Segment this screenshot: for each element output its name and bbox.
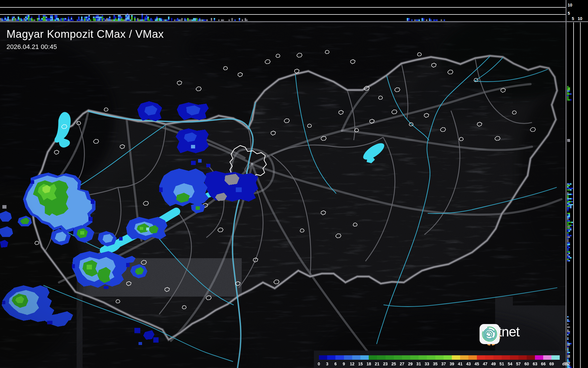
right-axis-label-5: 5	[572, 17, 574, 21]
colorbar-swatch	[327, 355, 335, 360]
colorbar-swatch	[435, 355, 444, 360]
colorbar-tick-label: 69	[549, 362, 554, 366]
colorbar-tick-label: 29	[408, 362, 413, 366]
colorbar-swatch	[410, 355, 419, 360]
colorbar-tick-label: 15	[358, 362, 363, 366]
colorbar-swatch	[427, 355, 435, 360]
colorbar-swatch	[419, 355, 427, 360]
colorbar-swatch	[394, 355, 402, 360]
colorbar-swatch	[335, 355, 344, 360]
colorbar-tick-label: 41	[458, 362, 463, 366]
colorbar-tick-label: 23	[383, 362, 388, 366]
colorbar-unit-label: dBZ	[562, 362, 570, 366]
colorbar-swatch	[510, 355, 518, 360]
radar-viewer: 10 5 5 10	[0, 0, 588, 368]
spiral-app-icon	[479, 324, 500, 344]
colorbar-tick-label: 21	[375, 362, 380, 366]
colorbar-swatch	[444, 355, 452, 360]
colorbar-swatch	[377, 355, 385, 360]
colorbar-tick-label: 18	[366, 362, 371, 366]
colorbar-swatch	[527, 355, 535, 360]
colorbar-tick-label: 63	[533, 362, 537, 366]
colorbar-tick-label: 57	[516, 362, 521, 366]
top-profile-panel	[0, 0, 566, 22]
top-panel-separator	[0, 21, 588, 22]
colorbar-tick-label: 39	[449, 362, 454, 366]
colorbar-swatch	[502, 355, 510, 360]
colorbar-tick-label: 25	[391, 362, 396, 366]
top-axis-label-10: 10	[568, 3, 572, 7]
colorbar-tick-label: 47	[483, 362, 487, 366]
colorbar-swatch	[485, 355, 493, 360]
colorbar-tick-label: 49	[491, 362, 496, 366]
radar-map: Magyar Kompozit CMax / VMax 2026.04.21 0…	[0, 22, 566, 368]
colorbar-tick-label: 3	[326, 362, 328, 366]
colorbar-swatch	[319, 355, 327, 360]
colorbar-tick-label: 31	[416, 362, 421, 366]
colorbar-swatch	[352, 355, 360, 360]
colorbar-swatch	[543, 355, 551, 360]
colorbar-swatch	[493, 355, 502, 360]
timestamp: 2026.04.21 00:45	[6, 43, 164, 51]
colorbar-swatch	[369, 355, 377, 360]
right-profile-echoes	[567, 22, 588, 368]
colorbar-tick-label: 9	[343, 362, 345, 366]
colorbar-swatch	[535, 355, 543, 360]
colorbar-tick-label: 12	[350, 362, 355, 366]
colorbar-tick-label: 37	[441, 362, 446, 366]
colorbar-tick-label: 6	[334, 362, 337, 366]
colorbar-tick-label: 27	[400, 362, 404, 366]
top-axis-label-5: 5	[568, 11, 570, 15]
colorbar-tick-label: 33	[425, 362, 429, 366]
colorbar-swatch	[518, 355, 527, 360]
metnet-logo: metnet	[479, 324, 523, 340]
title-block: Magyar Kompozit CMax / VMax 2026.04.21 0…	[6, 28, 164, 51]
colorbar-tick-label: 51	[500, 362, 504, 366]
colorbar-swatch	[551, 355, 560, 360]
colorbar-swatch	[386, 355, 394, 360]
top-gridline-5km	[0, 14, 566, 15]
map-canvas	[0, 22, 566, 368]
right-profile-panel	[567, 0, 588, 368]
page-title: Magyar Kompozit CMax / VMax	[6, 28, 164, 40]
colorbar: 0369121518212325272931333537394143454749…	[314, 351, 566, 368]
colorbar-swatch	[452, 355, 460, 360]
colorbar-tick-label: 43	[466, 362, 471, 366]
colorbar-tick-label: 35	[433, 362, 438, 366]
colorbar-tick-label: 60	[524, 362, 529, 366]
colorbar-tick-label: 66	[541, 362, 546, 366]
colorbar-tick-label: 54	[508, 362, 513, 366]
colorbar-swatch	[468, 355, 477, 360]
colorbar-swatch	[477, 355, 485, 360]
colorbar-swatch	[402, 355, 410, 360]
colorbar-swatch	[344, 355, 352, 360]
right-axis-label-10: 10	[578, 17, 582, 21]
colorbar-swatch	[360, 355, 369, 360]
top-profile-echoes	[0, 0, 566, 22]
top-gridline-10km	[0, 7, 566, 8]
colorbar-swatches	[319, 355, 560, 360]
colorbar-tick-label: 45	[475, 362, 479, 366]
colorbar-swatch	[460, 355, 468, 360]
colorbar-tick-label: 0	[318, 362, 320, 366]
right-panel-separator	[566, 0, 566, 368]
